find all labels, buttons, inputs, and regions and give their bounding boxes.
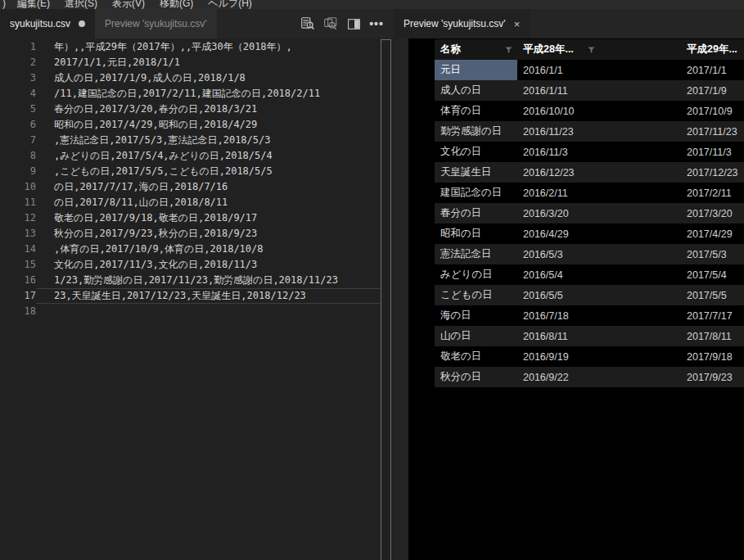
csv-text-editor[interactable]: 1年）,,平成29年（2017年）,,平成30年（2018年）,22017/1/… bbox=[0, 38, 394, 560]
code-line[interactable]: 9,こどもの日,2017/5/5,こどもの日,2018/5/5 bbox=[0, 164, 394, 179]
tab-preview-left-group[interactable]: Preview 'syukujitsu.csv' bbox=[95, 9, 217, 38]
modified-dot-icon[interactable] bbox=[79, 20, 85, 27]
holiday-name-cell[interactable]: 体育の日 bbox=[435, 101, 517, 121]
code-line[interactable]: 22017/1/1,元日,2018/1/1 bbox=[0, 55, 394, 70]
code-text[interactable]: ,こどもの日,2017/5/5,こどもの日,2018/5/5 bbox=[36, 164, 381, 179]
close-icon[interactable]: × bbox=[514, 19, 521, 29]
code-line[interactable]: 10の日,2017/7/17,海の日,2018/7/16 bbox=[0, 179, 394, 195]
holiday-name-cell[interactable]: 憲法記念日 bbox=[435, 244, 517, 264]
code-text[interactable]: 文化の日,2017/11/3,文化の日,2018/11/3 bbox=[36, 257, 381, 273]
code-line[interactable]: 4/11,建国記念の日,2017/2/11,建国記念の日,2018/2/11 bbox=[0, 86, 394, 102]
open-preview-icon[interactable] bbox=[322, 15, 340, 33]
holiday-date-cell[interactable]: 2017/11/23 bbox=[681, 121, 744, 142]
code-text[interactable]: 敬老の日,2017/9/18,敬老の日,2018/9/17 bbox=[36, 210, 381, 226]
code-line[interactable]: 13秋分の日,2017/9/23,秋分の日,2018/9/23 bbox=[0, 226, 394, 242]
holiday-date-cell[interactable]: 2016/3/20 bbox=[517, 203, 681, 224]
holiday-date-cell[interactable]: 2016/11/23 bbox=[517, 121, 681, 142]
holiday-name-cell[interactable]: 春分の日 bbox=[435, 203, 517, 224]
column-header-h28[interactable]: 平成28年... bbox=[517, 39, 681, 60]
holiday-date-cell[interactable]: 2016/12/23 bbox=[517, 162, 681, 183]
holiday-date-cell[interactable]: 2017/7/17 bbox=[681, 305, 744, 326]
menu-item-3[interactable]: 表示(V) bbox=[105, 0, 152, 9]
holiday-date-cell[interactable]: 2017/8/11 bbox=[681, 326, 744, 346]
code-line[interactable]: 15文化の日,2017/11/3,文化の日,2018/11/3 bbox=[0, 257, 394, 273]
code-text[interactable]: 1/23,勤労感謝の日,2017/11/23,勤労感謝の日,2018/11/23 bbox=[36, 273, 381, 288]
code-text[interactable]: ,体育の日,2017/10/9,体育の日,2018/10/8 bbox=[36, 242, 381, 257]
holiday-date-cell[interactable]: 2017/1/1 bbox=[681, 60, 744, 80]
holiday-name-cell[interactable]: 元日 bbox=[435, 60, 517, 80]
code-line[interactable]: 6昭和の日,2017/4/29,昭和の日,2018/4/29 bbox=[0, 117, 394, 133]
more-actions-icon[interactable]: ••• bbox=[367, 15, 386, 33]
code-text[interactable]: /11,建国記念の日,2017/2/11,建国記念の日,2018/2/11 bbox=[36, 86, 381, 102]
code-line[interactable]: 14,体育の日,2017/10/9,体育の日,2018/10/8 bbox=[0, 242, 394, 257]
holiday-date-cell[interactable]: 2017/10/9 bbox=[681, 101, 744, 121]
code-text[interactable]: ,みどりの日,2017/5/4,みどりの日,2018/5/4 bbox=[36, 148, 381, 164]
code-text[interactable]: の日,2017/7/17,海の日,2018/7/16 bbox=[36, 179, 381, 195]
menu-item-4[interactable]: 移動(G) bbox=[152, 0, 201, 9]
code-line[interactable]: 11の日,2017/8/11,山の日,2018/8/11 bbox=[0, 195, 394, 210]
holiday-date-cell[interactable]: 2016/4/29 bbox=[517, 224, 681, 244]
holiday-date-cell[interactable]: 2017/4/29 bbox=[681, 224, 744, 244]
menu-item-2[interactable]: 選択(S) bbox=[57, 0, 105, 9]
holiday-date-cell[interactable]: 2016/7/18 bbox=[517, 305, 681, 326]
holiday-date-cell[interactable]: 2016/8/11 bbox=[517, 326, 681, 346]
holiday-date-cell[interactable]: 2016/11/3 bbox=[517, 142, 681, 162]
column-header-h29[interactable]: 平成29年... bbox=[681, 39, 744, 60]
tab-syukujitsu-csv[interactable]: syukujitsu.csv bbox=[0, 9, 95, 38]
menu-item-0[interactable]: ) bbox=[1, 0, 10, 9]
holiday-date-cell[interactable]: 2017/12/23 bbox=[681, 162, 744, 183]
holiday-name-cell[interactable]: 成人の日 bbox=[435, 80, 517, 101]
holiday-date-cell[interactable]: 2016/10/10 bbox=[517, 101, 681, 121]
holiday-date-cell[interactable]: 2016/9/22 bbox=[517, 367, 681, 387]
code-text[interactable]: 秋分の日,2017/9/23,秋分の日,2018/9/23 bbox=[36, 226, 381, 242]
holiday-date-cell[interactable]: 2016/5/5 bbox=[517, 285, 681, 305]
code-line[interactable]: 18 bbox=[0, 304, 394, 319]
menu-item-5[interactable]: ヘルプ(H) bbox=[201, 0, 259, 9]
holiday-date-cell[interactable]: 2017/11/3 bbox=[681, 142, 744, 162]
holiday-name-cell[interactable]: 敬老の日 bbox=[435, 346, 517, 367]
tab-preview-right-group[interactable]: Preview 'syukujitsu.csv' × bbox=[394, 9, 530, 38]
code-line[interactable]: 12敬老の日,2017/9/18,敬老の日,2018/9/17 bbox=[0, 210, 394, 226]
code-line[interactable]: 3成人の日,2017/1/9,成人の日,2018/1/8 bbox=[0, 70, 394, 86]
code-text[interactable]: 春分の日,2017/3/20,春分の日,2018/3/21 bbox=[36, 102, 381, 117]
column-header-name[interactable]: 名称 bbox=[435, 39, 517, 60]
holiday-name-cell[interactable]: こどもの日 bbox=[435, 285, 517, 305]
holiday-name-cell[interactable]: 勤労感謝の日 bbox=[435, 121, 517, 142]
code-text[interactable]: ,憲法記念日,2017/5/3,憲法記念日,2018/5/3 bbox=[36, 133, 381, 148]
code-line[interactable]: 161/23,勤労感謝の日,2017/11/23,勤労感謝の日,2018/11/… bbox=[0, 273, 394, 288]
holiday-date-cell[interactable]: 2017/5/4 bbox=[681, 264, 744, 285]
split-editor-icon[interactable] bbox=[345, 15, 363, 33]
holiday-name-cell[interactable]: 海の日 bbox=[435, 305, 517, 326]
editor-scrollbar[interactable] bbox=[381, 39, 391, 560]
holiday-date-cell[interactable]: 2016/5/3 bbox=[517, 244, 681, 264]
menu-item-1[interactable]: 編集(E) bbox=[10, 0, 57, 9]
code-line[interactable]: 1723,天皇誕生日,2017/12/23,天皇誕生日,2018/12/23 bbox=[0, 288, 394, 304]
rainbow-csv-query-icon[interactable] bbox=[299, 15, 317, 33]
code-text[interactable]: 2017/1/1,元日,2018/1/1 bbox=[36, 55, 381, 70]
holiday-name-cell[interactable]: 秋分の日 bbox=[435, 367, 517, 387]
holiday-name-cell[interactable]: 文化の日 bbox=[435, 142, 517, 162]
code-line[interactable]: 5春分の日,2017/3/20,春分の日,2018/3/21 bbox=[0, 102, 394, 117]
holiday-date-cell[interactable]: 2016/9/19 bbox=[517, 346, 681, 367]
filter-funnel-icon[interactable] bbox=[588, 47, 595, 53]
code-text[interactable] bbox=[36, 304, 381, 319]
code-text[interactable]: 年）,,平成29年（2017年）,,平成30年（2018年）, bbox=[36, 39, 381, 55]
holiday-name-cell[interactable]: 天皇誕生日 bbox=[435, 162, 517, 183]
code-text[interactable]: 成人の日,2017/1/9,成人の日,2018/1/8 bbox=[36, 70, 381, 86]
code-text[interactable]: 昭和の日,2017/4/29,昭和の日,2018/4/29 bbox=[36, 117, 381, 133]
holiday-date-cell[interactable]: 2017/3/20 bbox=[681, 203, 744, 224]
holiday-date-cell[interactable]: 2017/5/3 bbox=[681, 244, 744, 264]
holiday-date-cell[interactable]: 2016/5/4 bbox=[517, 264, 681, 285]
holiday-name-cell[interactable]: みどりの日 bbox=[435, 264, 517, 285]
holiday-name-cell[interactable]: 昭和の日 bbox=[435, 224, 517, 244]
code-text[interactable]: 23,天皇誕生日,2017/12/23,天皇誕生日,2018/12/23 bbox=[36, 288, 381, 304]
holiday-date-cell[interactable]: 2016/1/11 bbox=[517, 80, 681, 101]
holiday-name-cell[interactable]: 山の日 bbox=[435, 326, 517, 346]
code-text[interactable]: の日,2017/8/11,山の日,2018/8/11 bbox=[36, 195, 381, 210]
holiday-date-cell[interactable]: 2017/9/23 bbox=[681, 367, 744, 387]
holiday-date-cell[interactable]: 2016/1/1 bbox=[517, 60, 681, 80]
code-line[interactable]: 8,みどりの日,2017/5/4,みどりの日,2018/5/4 bbox=[0, 148, 394, 164]
holiday-name-cell[interactable]: 建国記念の日 bbox=[435, 183, 517, 203]
holiday-date-cell[interactable]: 2017/9/18 bbox=[681, 346, 744, 367]
holiday-date-cell[interactable]: 2017/2/11 bbox=[681, 183, 744, 203]
